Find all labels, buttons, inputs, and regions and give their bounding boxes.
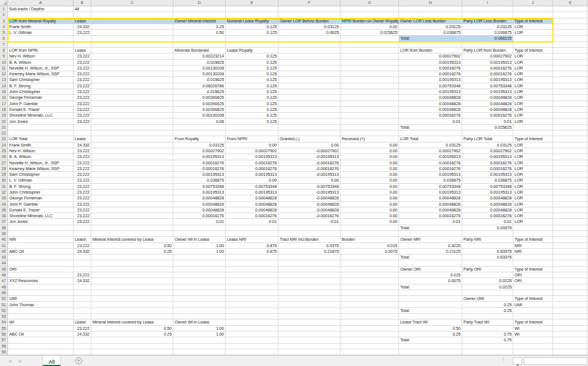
cell[interactable]: 0.00016276 (462, 113, 513, 118)
cell[interactable] (173, 272, 226, 278)
cell[interactable] (553, 42, 588, 48)
cell[interactable] (513, 125, 553, 130)
cell[interactable]: Lease (74, 319, 91, 325)
cell[interactable]: Jon Jones (8, 219, 74, 225)
cell[interactable] (278, 344, 341, 349)
cell[interactable]: Donald E. Tracer (8, 207, 74, 213)
cell[interactable] (278, 290, 341, 296)
cell[interactable]: 0.00016276 (226, 160, 278, 166)
cell[interactable] (173, 314, 226, 319)
cell[interactable]: 0.03125 (278, 24, 341, 30)
cell[interactable] (91, 142, 173, 148)
cell[interactable]: 0.00195313 (399, 190, 462, 195)
cell[interactable] (399, 296, 462, 302)
cell[interactable]: 0.875 (226, 243, 278, 249)
cell[interactable] (553, 125, 588, 130)
cell[interactable] (553, 36, 588, 41)
cell[interactable] (74, 337, 91, 343)
cell[interactable]: 0.00016276 (173, 160, 226, 166)
cell[interactable]: George Finneman (8, 95, 74, 101)
cell[interactable] (74, 314, 91, 319)
cell[interactable]: 0.0625 (278, 30, 341, 36)
column-header-I[interactable]: I (462, 0, 513, 6)
cell[interactable] (173, 337, 226, 343)
row-header-33[interactable]: 33 (0, 195, 8, 201)
cell[interactable] (91, 24, 173, 30)
cell[interactable]: LOR (513, 219, 553, 225)
cell[interactable] (341, 267, 399, 272)
cell[interactable]: 0.025625 (341, 30, 399, 36)
cell[interactable]: 0.01 (399, 119, 462, 125)
cell[interactable]: LOR (513, 190, 553, 195)
cell[interactable] (553, 249, 588, 255)
cell[interactable]: 0.01 (462, 219, 513, 225)
cell[interactable]: Sam Christopher (8, 77, 74, 83)
cell[interactable] (341, 225, 399, 231)
cell[interactable] (74, 231, 91, 237)
row-header-5[interactable]: 5 (0, 30, 8, 36)
cell[interactable] (399, 314, 462, 319)
row-header-11[interactable]: 11 (0, 66, 8, 71)
cell[interactable]: 24.332 (74, 24, 91, 30)
cell[interactable]: Type of Interest (513, 296, 553, 302)
cell[interactable] (91, 172, 173, 178)
cell[interactable]: 0.00 (341, 207, 399, 213)
cell[interactable] (341, 6, 399, 12)
cell[interactable] (553, 237, 588, 242)
cell[interactable] (91, 154, 173, 160)
cell[interactable] (462, 326, 513, 332)
cell[interactable]: 0.50 (91, 326, 173, 332)
row-header-7[interactable]: 7 (0, 42, 8, 48)
cell[interactable]: Jon Jones (8, 119, 74, 125)
cell[interactable]: 24.332 (74, 142, 91, 148)
cell[interactable] (513, 349, 553, 355)
cell[interactable]: 23.222 (74, 272, 91, 278)
cell[interactable]: Type of Interest (513, 267, 553, 272)
cell[interactable]: 0.00027902 (399, 148, 462, 154)
cell[interactable]: Sub-tracts / Depths: (8, 6, 74, 12)
cell[interactable] (278, 231, 341, 237)
cell[interactable]: 0.00048828 (173, 202, 226, 207)
cell[interactable]: LOR (513, 89, 553, 95)
cell[interactable]: 23.222 (74, 66, 91, 71)
cell[interactable]: Total: (399, 284, 462, 290)
row-header-6[interactable]: 6 (0, 36, 8, 41)
cell[interactable]: 0.00 (341, 142, 399, 148)
cell[interactable] (553, 53, 588, 59)
cell[interactable]: 0.4375 (278, 243, 341, 249)
cell[interactable]: Party LOR Less Burden (462, 18, 513, 24)
cell[interactable]: Mineral Interest covered by Lease (91, 319, 173, 325)
cell[interactable] (8, 337, 74, 343)
cell[interactable]: Lease (74, 18, 91, 24)
cell[interactable] (91, 314, 173, 319)
cell[interactable]: 23.222 (74, 326, 91, 332)
cell[interactable] (278, 308, 341, 314)
cell[interactable] (226, 326, 278, 332)
cell[interactable]: LOR (513, 83, 553, 89)
cell[interactable] (553, 77, 588, 83)
cell[interactable] (74, 308, 91, 314)
cell[interactable] (278, 130, 341, 136)
row-header-2[interactable]: 2 (0, 12, 8, 18)
column-header-D[interactable]: D (173, 0, 226, 6)
cell[interactable]: 0.00016276 (226, 213, 278, 219)
cell[interactable] (341, 344, 399, 349)
cell[interactable] (8, 290, 74, 296)
cell[interactable]: 0.00 (341, 166, 399, 172)
cell[interactable] (399, 302, 462, 308)
cell[interactable]: 0.00048828 (399, 207, 462, 213)
cell[interactable] (553, 267, 588, 272)
cell[interactable]: All (74, 6, 91, 12)
cell[interactable]: 0.00016276 (399, 166, 462, 172)
row-header-27[interactable]: 27 (0, 160, 8, 166)
row-header-29[interactable]: 29 (0, 172, 8, 178)
cell[interactable]: Kearney Marie Wilson, SSP (8, 71, 74, 77)
cell[interactable]: 0.125 (226, 83, 278, 89)
cell[interactable] (91, 48, 173, 53)
cell[interactable]: Burden (341, 237, 399, 242)
cell[interactable]: 0.00 (341, 202, 399, 207)
cell[interactable]: WI (8, 319, 74, 325)
cell[interactable]: LOR (513, 202, 553, 207)
cell[interactable] (91, 225, 173, 231)
cell[interactable] (74, 225, 91, 231)
